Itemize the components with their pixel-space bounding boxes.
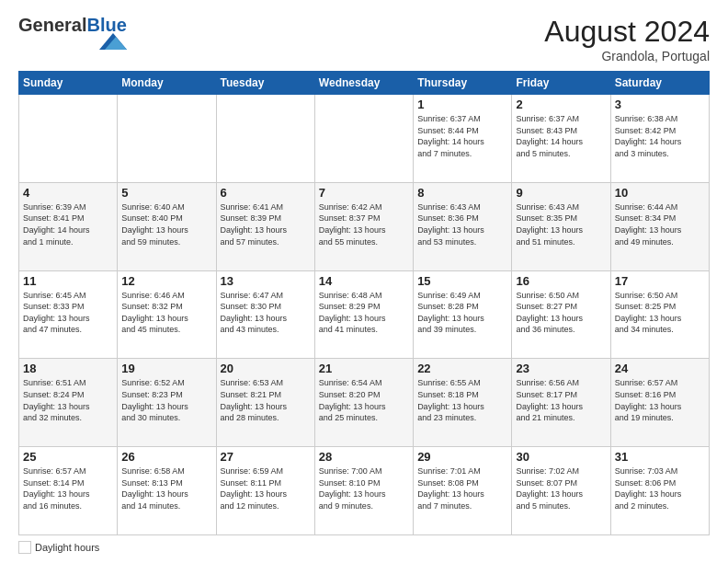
day-number: 13 [221, 274, 311, 288]
day-info: Sunrise: 6:48 AMSunset: 8:29 PMDaylight:… [319, 290, 409, 336]
day-info: Sunrise: 6:59 AMSunset: 8:11 PMDaylight:… [221, 465, 311, 511]
day-number: 10 [615, 186, 705, 200]
calendar-cell: 12Sunrise: 6:46 AMSunset: 8:32 PMDayligh… [118, 270, 216, 359]
day-number: 25 [23, 450, 113, 464]
day-info: Sunrise: 6:46 AMSunset: 8:32 PMDaylight:… [121, 290, 211, 336]
week-row-5: 25Sunrise: 6:57 AMSunset: 8:14 PMDayligh… [19, 447, 710, 535]
day-info: Sunrise: 6:50 AMSunset: 8:25 PMDaylight:… [615, 290, 705, 336]
day-number: 29 [417, 450, 507, 464]
day-number: 9 [516, 186, 606, 200]
week-row-2: 4Sunrise: 6:39 AMSunset: 8:41 PMDaylight… [19, 182, 710, 270]
week-row-4: 18Sunrise: 6:51 AMSunset: 8:24 PMDayligh… [19, 359, 710, 447]
page: GeneralBlue August 2024 Grandola, Portug… [0, 0, 728, 563]
weekday-header-thursday: Thursday [414, 72, 512, 95]
calendar-cell: 20Sunrise: 6:53 AMSunset: 8:21 PMDayligh… [216, 359, 314, 447]
weekday-header-tuesday: Tuesday [216, 72, 314, 95]
calendar-cell: 10Sunrise: 6:44 AMSunset: 8:34 PMDayligh… [610, 182, 709, 270]
calendar-table: SundayMondayTuesdayWednesdayThursdayFrid… [18, 71, 710, 535]
calendar-cell: 4Sunrise: 6:39 AMSunset: 8:41 PMDaylight… [19, 182, 118, 270]
calendar-cell: 21Sunrise: 6:54 AMSunset: 8:20 PMDayligh… [314, 359, 413, 447]
logo-blue: Blue [86, 15, 126, 35]
day-number: 24 [615, 362, 705, 375]
week-row-3: 11Sunrise: 6:45 AMSunset: 8:33 PMDayligh… [19, 270, 710, 359]
day-number: 21 [319, 362, 409, 375]
day-number: 16 [516, 274, 606, 288]
calendar-cell: 9Sunrise: 6:43 AMSunset: 8:35 PMDaylight… [512, 182, 610, 270]
day-info: Sunrise: 6:47 AMSunset: 8:30 PMDaylight:… [221, 290, 311, 336]
day-number: 8 [417, 186, 507, 200]
day-info: Sunrise: 6:43 AMSunset: 8:35 PMDaylight:… [516, 201, 606, 247]
calendar-cell: 6Sunrise: 6:41 AMSunset: 8:39 PMDaylight… [216, 182, 314, 270]
weekday-header-row: SundayMondayTuesdayWednesdayThursdayFrid… [19, 72, 710, 95]
calendar-cell: 23Sunrise: 6:56 AMSunset: 8:17 PMDayligh… [512, 359, 610, 447]
calendar-cell: 29Sunrise: 7:01 AMSunset: 8:08 PMDayligh… [414, 447, 512, 535]
day-number: 22 [417, 362, 507, 375]
day-number: 5 [121, 186, 211, 200]
weekday-header-wednesday: Wednesday [314, 72, 413, 95]
calendar-cell: 1Sunrise: 6:37 AMSunset: 8:44 PMDaylight… [414, 95, 512, 183]
calendar-cell: 24Sunrise: 6:57 AMSunset: 8:16 PMDayligh… [610, 359, 709, 447]
calendar-cell: 30Sunrise: 7:02 AMSunset: 8:07 PMDayligh… [512, 447, 610, 535]
location: Grandola, Portugal [544, 49, 710, 63]
legend: Daylight hours [18, 541, 710, 554]
day-number: 11 [23, 274, 113, 288]
calendar-cell: 15Sunrise: 6:49 AMSunset: 8:28 PMDayligh… [414, 270, 512, 359]
legend-white-label: Daylight hours [35, 542, 99, 553]
day-info: Sunrise: 7:01 AMSunset: 8:08 PMDaylight:… [417, 465, 507, 511]
day-info: Sunrise: 6:57 AMSunset: 8:16 PMDaylight:… [615, 377, 705, 423]
day-number: 4 [23, 186, 113, 200]
calendar-cell: 22Sunrise: 6:55 AMSunset: 8:18 PMDayligh… [414, 359, 512, 447]
day-number: 17 [615, 274, 705, 288]
calendar-cell: 5Sunrise: 6:40 AMSunset: 8:40 PMDaylight… [118, 182, 216, 270]
calendar-cell: 26Sunrise: 6:58 AMSunset: 8:13 PMDayligh… [118, 447, 216, 535]
calendar-cell: 8Sunrise: 6:43 AMSunset: 8:36 PMDaylight… [414, 182, 512, 270]
calendar-cell: 14Sunrise: 6:48 AMSunset: 8:29 PMDayligh… [314, 270, 413, 359]
day-info: Sunrise: 6:38 AMSunset: 8:42 PMDaylight:… [615, 113, 705, 159]
weekday-header-sunday: Sunday [19, 72, 118, 95]
calendar-cell: 16Sunrise: 6:50 AMSunset: 8:27 PMDayligh… [512, 270, 610, 359]
calendar-cell: 13Sunrise: 6:47 AMSunset: 8:30 PMDayligh… [216, 270, 314, 359]
calendar-cell: 11Sunrise: 6:45 AMSunset: 8:33 PMDayligh… [19, 270, 118, 359]
day-number: 15 [417, 274, 507, 288]
day-number: 19 [121, 362, 211, 375]
calendar-cell: 17Sunrise: 6:50 AMSunset: 8:25 PMDayligh… [610, 270, 709, 359]
day-number: 28 [319, 450, 409, 464]
day-number: 30 [516, 450, 606, 464]
day-info: Sunrise: 7:03 AMSunset: 8:06 PMDaylight:… [615, 465, 705, 511]
month-year: August 2024 [544, 15, 710, 49]
day-number: 3 [615, 98, 705, 111]
day-info: Sunrise: 6:41 AMSunset: 8:39 PMDaylight:… [221, 201, 311, 247]
calendar-cell: 19Sunrise: 6:52 AMSunset: 8:23 PMDayligh… [118, 359, 216, 447]
week-row-1: 1Sunrise: 6:37 AMSunset: 8:44 PMDaylight… [19, 95, 710, 183]
logo-icon [99, 33, 127, 50]
day-info: Sunrise: 6:53 AMSunset: 8:21 PMDaylight:… [221, 377, 311, 423]
weekday-header-monday: Monday [118, 72, 216, 95]
legend-white-box [18, 541, 31, 554]
calendar-cell: 2Sunrise: 6:37 AMSunset: 8:43 PMDaylight… [512, 95, 610, 183]
day-number: 18 [23, 362, 113, 375]
day-info: Sunrise: 6:58 AMSunset: 8:13 PMDaylight:… [121, 465, 211, 511]
day-info: Sunrise: 6:54 AMSunset: 8:20 PMDaylight:… [319, 377, 409, 423]
day-info: Sunrise: 6:42 AMSunset: 8:37 PMDaylight:… [319, 201, 409, 247]
day-info: Sunrise: 6:51 AMSunset: 8:24 PMDaylight:… [23, 377, 113, 423]
day-info: Sunrise: 7:00 AMSunset: 8:10 PMDaylight:… [319, 465, 409, 511]
calendar-cell: 28Sunrise: 7:00 AMSunset: 8:10 PMDayligh… [314, 447, 413, 535]
day-number: 1 [417, 98, 507, 111]
day-number: 7 [319, 186, 409, 200]
day-number: 23 [516, 362, 606, 375]
day-info: Sunrise: 6:43 AMSunset: 8:36 PMDaylight:… [417, 201, 507, 247]
calendar-cell: 18Sunrise: 6:51 AMSunset: 8:24 PMDayligh… [19, 359, 118, 447]
calendar-cell: 25Sunrise: 6:57 AMSunset: 8:14 PMDayligh… [19, 447, 118, 535]
calendar-cell [216, 95, 314, 183]
day-number: 14 [319, 274, 409, 288]
day-number: 31 [615, 450, 705, 464]
day-info: Sunrise: 6:39 AMSunset: 8:41 PMDaylight:… [23, 201, 113, 247]
day-info: Sunrise: 6:45 AMSunset: 8:33 PMDaylight:… [23, 290, 113, 336]
day-number: 20 [221, 362, 311, 375]
weekday-header-saturday: Saturday [610, 72, 709, 95]
day-info: Sunrise: 6:52 AMSunset: 8:23 PMDaylight:… [121, 377, 211, 423]
day-number: 6 [221, 186, 311, 200]
weekday-header-friday: Friday [512, 72, 610, 95]
day-info: Sunrise: 6:50 AMSunset: 8:27 PMDaylight:… [516, 290, 606, 336]
day-info: Sunrise: 6:37 AMSunset: 8:43 PMDaylight:… [516, 113, 606, 159]
